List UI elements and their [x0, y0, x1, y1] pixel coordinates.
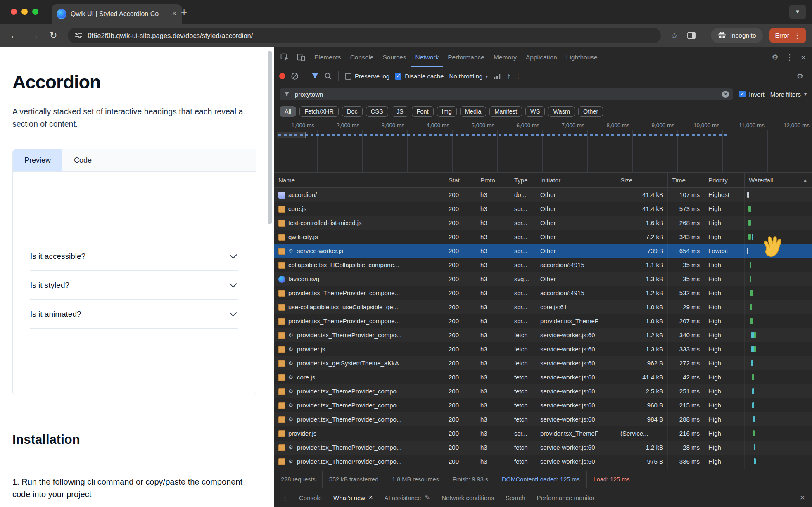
forward-button[interactable]: →: [26, 28, 43, 43]
record-network-log-button[interactable]: [279, 73, 285, 79]
request-initiator[interactable]: service-worker.js:60: [540, 444, 595, 451]
checkbox-checked[interactable]: [739, 91, 746, 97]
network-request-row[interactable]: qwik-city.js 200 h3 scr... Other 7.2 kB …: [274, 230, 812, 244]
request-initiator[interactable]: Other: [540, 219, 556, 226]
kebab-menu-icon[interactable]: ⋮: [793, 31, 801, 40]
reload-button[interactable]: ↻: [45, 28, 61, 43]
network-settings-icon[interactable]: ⚙: [793, 72, 807, 81]
request-type-chip[interactable]: Font: [412, 106, 434, 117]
network-request-row[interactable]: use-collapsible.tsx_useCollapsible_ge...…: [274, 300, 812, 314]
filter-input-box[interactable]: ✕: [280, 88, 733, 100]
devtools-tab[interactable]: Lighthouse: [562, 47, 602, 67]
accordion-item[interactable]: Is it accessible?: [30, 242, 238, 271]
request-initiator[interactable]: service-worker.js:60: [540, 402, 595, 409]
request-initiator[interactable]: accordion/:4915: [540, 289, 584, 296]
drawer-tab[interactable]: What's new ×: [328, 488, 378, 507]
column-header[interactable]: Type: [510, 173, 536, 187]
network-request-row[interactable]: favicon.svg 200 h3 svg... Other 1.3 kB 3…: [274, 272, 812, 286]
request-type-chip[interactable]: CSS: [366, 106, 388, 117]
devtools-tab[interactable]: Elements: [310, 47, 346, 67]
network-request-row[interactable]: ⚙ provider.js 200 h3 fetch service-worke…: [274, 342, 812, 356]
request-initiator[interactable]: accordion/:4915: [540, 261, 584, 268]
request-type-chip[interactable]: Doc: [342, 106, 363, 117]
minimize-window-button[interactable]: [21, 9, 28, 15]
back-button[interactable]: ←: [6, 28, 23, 43]
request-initiator[interactable]: service-worker.js:60: [540, 332, 595, 339]
clear-network-log-icon[interactable]: [291, 72, 299, 80]
filter-icon[interactable]: [311, 73, 319, 80]
drawer-tab-close-icon[interactable]: ×: [369, 494, 373, 501]
network-conditions-icon[interactable]: [493, 73, 501, 80]
request-initiator[interactable]: core.js:61: [540, 303, 567, 310]
network-request-row[interactable]: collapsible.tsx_HCollapsible_compone... …: [274, 258, 812, 272]
request-type-chip[interactable]: Media: [460, 106, 487, 117]
import-har-icon[interactable]: ↑: [507, 72, 511, 81]
side-panel-icon[interactable]: [684, 30, 699, 41]
tab-close-icon[interactable]: ×: [171, 9, 177, 18]
tab-overflow-button[interactable]: ▾: [789, 5, 806, 19]
request-initiator[interactable]: Other: [540, 247, 556, 254]
devtools-tab[interactable]: Network: [411, 47, 443, 67]
drawer-tab[interactable]: Search: [500, 488, 531, 507]
accordion-item[interactable]: Is it animated?: [30, 300, 238, 329]
devtools-more-icon[interactable]: ⋮: [782, 47, 797, 67]
tab-code[interactable]: Code: [62, 149, 103, 171]
network-request-row[interactable]: accordion/ 200 h3 do... Other 41.4 kB 10…: [274, 188, 812, 202]
devtools-tab[interactable]: Memory: [489, 47, 521, 67]
column-header[interactable]: Priority: [704, 173, 745, 187]
request-initiator[interactable]: service-worker.js:60: [540, 360, 595, 367]
request-type-chip[interactable]: All: [280, 106, 296, 117]
network-request-row[interactable]: ⚙ provider.tsx_ThemeProvider_compo... 20…: [274, 412, 812, 426]
request-initiator[interactable]: service-worker.js:60: [540, 346, 595, 353]
request-initiator[interactable]: Other: [540, 205, 556, 212]
devtools-close-icon[interactable]: ×: [797, 47, 810, 67]
request-initiator[interactable]: Other: [540, 233, 556, 240]
devtools-tab[interactable]: Application: [521, 47, 562, 67]
close-window-button[interactable]: [11, 9, 17, 15]
browser-tab[interactable]: Qwik UI | Styled Accordion Co ×: [52, 4, 182, 24]
bookmark-star-icon[interactable]: ☆: [667, 29, 681, 42]
devtools-tab[interactable]: Performance: [443, 47, 489, 67]
request-type-chip[interactable]: Other: [578, 106, 603, 117]
network-request-row[interactable]: provider.js 200 h3 scr... provider.tsx_T…: [274, 426, 812, 441]
request-initiator[interactable]: service-worker.js:60: [540, 458, 595, 465]
drawer-tab[interactable]: Console: [293, 488, 328, 507]
devtools-tab[interactable]: Console: [346, 47, 378, 67]
request-type-chip[interactable]: Fetch/XHR: [299, 106, 339, 117]
inspect-element-icon[interactable]: [277, 47, 292, 67]
request-initiator[interactable]: service-worker.js:60: [540, 416, 595, 423]
request-type-chip[interactable]: Wasm: [548, 106, 575, 117]
network-request-row[interactable]: provider.tsx_ThemeProvider_compone... 20…: [274, 314, 812, 328]
disable-cache-checkbox[interactable]: Disable cache: [395, 73, 444, 80]
devtools-tab[interactable]: Sources: [378, 47, 411, 67]
request-initiator[interactable]: service-worker.js:60: [540, 374, 595, 381]
network-request-row[interactable]: ⚙ provider.tsx_ThemeProvider_compo... 20…: [274, 441, 812, 455]
column-header[interactable]: Size: [616, 173, 668, 187]
request-initiator[interactable]: Other: [540, 191, 556, 198]
filter-input[interactable]: [294, 90, 718, 98]
drawer-tab[interactable]: Performance monitor: [531, 488, 601, 507]
clear-filter-icon[interactable]: ✕: [722, 91, 729, 98]
drawer-tab[interactable]: AI assistance ✎: [378, 488, 436, 507]
checkbox-checked[interactable]: [395, 73, 401, 80]
column-header[interactable]: Stat...: [444, 173, 476, 187]
invert-checkbox[interactable]: Invert: [739, 91, 765, 98]
request-initiator[interactable]: provider.tsx_ThemeF: [540, 317, 598, 325]
browser-error-menu-button[interactable]: Error ⋮: [769, 28, 806, 43]
zoom-window-button[interactable]: [32, 9, 38, 15]
checkbox-unchecked[interactable]: [345, 73, 351, 80]
column-header[interactable]: Proto...: [476, 173, 510, 187]
drawer-close-icon[interactable]: ×: [796, 488, 809, 507]
network-request-row[interactable]: ⚙ provider.tsx_ThemeProvider_compo... 20…: [274, 328, 812, 342]
network-request-row[interactable]: ⚙ provider.tsx_ThemeProvider_compo... 20…: [274, 455, 812, 469]
export-har-icon[interactable]: ↓: [516, 72, 520, 81]
network-request-row[interactable]: ⚙ service-worker.js 200 h3 scr... Other …: [274, 244, 812, 258]
preserve-log-checkbox[interactable]: Preserve log: [345, 73, 389, 80]
column-header[interactable]: Name: [274, 173, 444, 187]
accordion-item[interactable]: Is it styled?: [30, 271, 238, 300]
device-toolbar-icon[interactable]: [293, 47, 309, 67]
network-request-row[interactable]: test-controlled-list-mixed.js 200 h3 scr…: [274, 216, 812, 230]
search-icon[interactable]: [324, 72, 332, 80]
address-bar[interactable]: 0f6e2f0b.qwik-ui-site.pages.dev/docs/sty…: [68, 28, 660, 43]
request-type-chip[interactable]: Manifest: [489, 106, 522, 117]
